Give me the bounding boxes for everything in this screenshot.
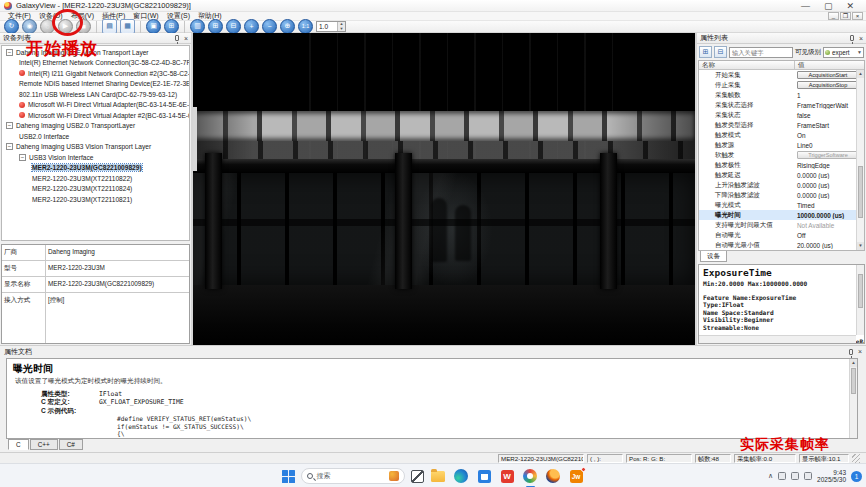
taskbar-clock[interactable]: 9:43 2025/5/30 bbox=[817, 469, 846, 484]
grid-small-button[interactable]: ⊟ bbox=[226, 19, 241, 34]
app-firefox[interactable] bbox=[545, 468, 562, 485]
zoom-out-button[interactable]: − bbox=[262, 19, 277, 34]
zoom-ratio-spinner[interactable]: ▲▼ bbox=[337, 22, 345, 31]
property-row[interactable]: 自动曝光最小值20.0000 (us) bbox=[699, 240, 864, 250]
device-tree-node[interactable]: Remote NDIS based Internet Sharing Devic… bbox=[2, 79, 189, 90]
scroll-up-icon[interactable]: ▲ bbox=[850, 359, 857, 367]
doc-tab-c++[interactable]: C++ bbox=[30, 439, 58, 450]
close-device-button[interactable]: ◌ bbox=[40, 19, 55, 34]
property-row[interactable]: 触发极性RisingEdge bbox=[699, 160, 864, 170]
pin-icon[interactable] bbox=[849, 349, 853, 355]
zoom-in-button[interactable]: + bbox=[244, 19, 259, 34]
property-grid-scrollbar[interactable]: ▲ ▼ bbox=[856, 70, 864, 250]
device-tree-node[interactable]: MER2-1220-23U3M(XT22110821) bbox=[2, 194, 189, 205]
property-row[interactable]: 采集状态选择FrameTriggerWait bbox=[699, 100, 864, 110]
zoom-ratio-combo[interactable]: 1.0 ▲▼ bbox=[316, 21, 346, 32]
column-header-value[interactable]: 值 bbox=[795, 61, 864, 69]
scrollbar-thumb[interactable] bbox=[851, 368, 856, 394]
feature-doc-scrollbar[interactable] bbox=[856, 265, 864, 335]
property-row[interactable]: 触发延迟0.0000 (us) bbox=[699, 170, 864, 180]
feature-doc-hscrollbar[interactable] bbox=[699, 335, 856, 343]
record-video-button[interactable]: ▦ bbox=[120, 19, 135, 34]
app-edge[interactable] bbox=[453, 468, 470, 485]
tab-device[interactable]: 设备 bbox=[700, 251, 727, 262]
stop-acquisition-button[interactable]: ■ bbox=[76, 19, 91, 34]
collapse-expander-icon[interactable]: − bbox=[6, 143, 13, 150]
collapse-all-button[interactable]: ⊟ bbox=[714, 46, 727, 58]
device-tree-node[interactable]: Microsoft Wi-Fi Direct Virtual Adapter(B… bbox=[2, 100, 189, 111]
layout-single-button[interactable]: ▣ bbox=[146, 19, 161, 34]
property-row[interactable]: 停止采集AcquisitionStop bbox=[699, 80, 864, 90]
property-row[interactable]: 开始采集AcquisitionStart bbox=[699, 70, 864, 80]
ime-tray-icon[interactable] bbox=[778, 472, 786, 480]
layout-quad-button[interactable]: ⊞ bbox=[164, 19, 179, 34]
property-row[interactable]: 采集帧数1 bbox=[699, 90, 864, 100]
network-tray-icon[interactable] bbox=[791, 472, 799, 480]
scroll-up-icon[interactable]: ▲ bbox=[857, 70, 864, 78]
collapse-expander-icon[interactable]: − bbox=[6, 49, 13, 56]
doc-tab-c#[interactable]: C# bbox=[59, 439, 83, 450]
device-tree-node[interactable]: −USB3 Vision Interface bbox=[2, 152, 189, 163]
column-header-name[interactable]: 名称 bbox=[699, 61, 795, 69]
notification-badge[interactable]: 1 bbox=[851, 471, 862, 482]
start-button[interactable] bbox=[282, 470, 295, 483]
property-row[interactable]: 下降沿触发滤波0.0000 (us) bbox=[699, 190, 864, 200]
property-row[interactable]: 曝光时间10000.0000 (us) bbox=[699, 210, 864, 220]
camera-view[interactable] bbox=[193, 33, 695, 345]
mdi-minimize-button[interactable]: _ bbox=[828, 12, 839, 20]
maximize-button[interactable]: ▢ bbox=[824, 1, 833, 11]
device-tree-node[interactable]: USB2.0 Interface bbox=[2, 131, 189, 142]
device-tree-node[interactable]: MER2-1220-23U3M(XT22110824) bbox=[2, 184, 189, 195]
close-panel-icon[interactable]: × bbox=[858, 348, 862, 355]
task-view-button[interactable] bbox=[411, 470, 424, 483]
app-file-explorer[interactable] bbox=[430, 468, 447, 485]
property-row[interactable]: 自动曝光Off bbox=[699, 230, 864, 240]
app-microsoft-store[interactable] bbox=[476, 468, 493, 485]
property-command-button[interactable]: AcquisitionStart bbox=[797, 71, 859, 80]
device-tree-node[interactable]: Intel(R) I211 Gigabit Network Connection… bbox=[2, 68, 189, 79]
property-row[interactable]: 采集状态false bbox=[699, 110, 864, 120]
keyword-search-input[interactable] bbox=[729, 47, 793, 58]
device-tree-node[interactable]: Microsoft Wi-Fi Direct Virtual Adapter #… bbox=[2, 110, 189, 121]
property-row[interactable]: 上升沿触发滤波0.0000 (us) bbox=[699, 180, 864, 190]
expand-all-button[interactable]: ⊞ bbox=[699, 46, 712, 58]
device-tree-node[interactable]: MER2-1220-23U3M(XT22110822) bbox=[2, 173, 189, 184]
app-galaxyview[interactable] bbox=[522, 468, 539, 485]
property-command-button[interactable]: AcquisitionStop bbox=[797, 81, 859, 90]
device-tree-node[interactable]: −Daheng Imaging USB3 Vision Transport La… bbox=[2, 142, 189, 153]
minimize-button[interactable]: — bbox=[801, 1, 810, 11]
app-wps[interactable]: W bbox=[499, 468, 516, 485]
property-row[interactable]: 触发类型选择FrameStart bbox=[699, 120, 864, 130]
device-tree-node-selected[interactable]: MER2-1220-23U3M(GC8221009829) bbox=[2, 163, 189, 174]
doc-scrollbar[interactable]: ▲ bbox=[849, 359, 857, 438]
open-device-button[interactable]: ◉ bbox=[22, 19, 37, 34]
app-jianwei[interactable]: Jw bbox=[568, 468, 585, 485]
zoom-fit-button[interactable]: ⊕ bbox=[280, 19, 295, 34]
grid-large-button[interactable]: ⊞ bbox=[208, 19, 223, 34]
close-button[interactable]: ✕ bbox=[846, 1, 854, 11]
collapse-expander-icon[interactable]: − bbox=[19, 154, 26, 161]
property-row[interactable]: 曝光模式Timed bbox=[699, 200, 864, 210]
volume-tray-icon[interactable] bbox=[804, 472, 812, 480]
pin-icon[interactable] bbox=[850, 35, 854, 41]
property-row[interactable]: 触发源Line0 bbox=[699, 140, 864, 150]
zoom-1to1-button[interactable]: 1:1 bbox=[298, 19, 313, 34]
histogram-button[interactable]: ▥ bbox=[190, 19, 205, 34]
pin-icon[interactable] bbox=[175, 35, 179, 41]
save-image-button[interactable]: ▤ bbox=[102, 19, 117, 34]
device-tree-node[interactable]: −Daheng Imaging USB2.0 TransportLayer bbox=[2, 121, 189, 132]
doc-tab-c[interactable]: C bbox=[8, 439, 29, 450]
refresh-device-list-button[interactable]: ↻ bbox=[4, 19, 19, 34]
collapse-expander-icon[interactable]: − bbox=[6, 122, 13, 129]
start-acquisition-button[interactable]: ▶ bbox=[58, 19, 73, 34]
visibility-level-select[interactable]: expert ▼ bbox=[823, 47, 864, 58]
property-row[interactable]: 触发模式On bbox=[699, 130, 864, 140]
property-row[interactable]: 支持曝光时间最大值Not Available bbox=[699, 220, 864, 230]
scroll-down-icon[interactable]: ▼ bbox=[857, 242, 864, 250]
taskbar-search[interactable]: 搜索 bbox=[301, 468, 405, 484]
scrollbar-thumb[interactable] bbox=[858, 166, 863, 218]
mdi-close-button[interactable]: × bbox=[852, 12, 863, 20]
property-row[interactable]: 软触发TriggerSoftware bbox=[699, 150, 864, 160]
device-tree-node[interactable]: 802.11n USB Wireless LAN Card(DC-62-79-5… bbox=[2, 89, 189, 100]
mdi-restore-button[interactable]: ❐ bbox=[840, 12, 851, 20]
